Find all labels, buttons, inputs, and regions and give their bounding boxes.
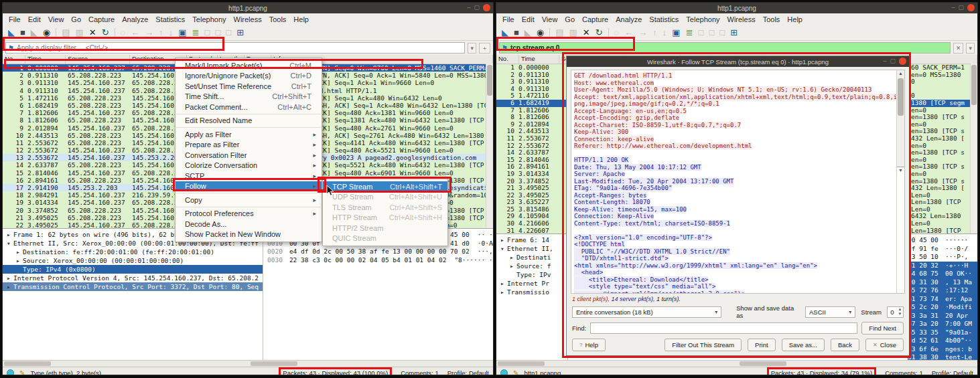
scroll-down-icon[interactable]: ▼ (897, 167, 904, 293)
left-titlebar[interactable]: http1.pcapng – ▢ (3, 3, 493, 13)
expander-icon[interactable]: ▸ (510, 253, 516, 262)
column-header-no[interactable]: No. (496, 55, 519, 64)
stream-scrollbar[interactable]: ▲ ▼ (896, 70, 904, 293)
menu-item-set-unset-time-reference[interactable]: Set/Unset Time ReferenceCtrl+T (176, 81, 322, 92)
go-down-icon[interactable]: ↓ (169, 27, 173, 39)
filter-out-stream-button[interactable]: Filter Out This Stream (664, 339, 742, 351)
menu-item-colorize-conversation[interactable]: Colorize Conversation▸ (176, 161, 322, 171)
menu-item-prepare-as-filter[interactable]: Prepare as Filter▸ (176, 140, 322, 151)
zoom-reset-icon[interactable]: □ (719, 27, 725, 39)
find-next-button[interactable]: Find Next (861, 322, 904, 335)
menu-file[interactable]: File (5, 15, 24, 24)
zoom-in-icon[interactable]: □ (699, 27, 704, 39)
zoom-out-icon[interactable]: □ (709, 27, 714, 39)
open-file-icon[interactable]: ▤ (555, 27, 563, 39)
hex-row[interactable]: 2d 52 614b00"·· (908, 337, 977, 345)
expander-icon[interactable]: ▸ (500, 279, 507, 288)
go-up-icon[interactable]: ↑ (159, 27, 163, 39)
colorize-icon[interactable]: ≣ (192, 27, 200, 39)
capture-options-icon[interactable]: ◉ (43, 27, 50, 39)
menu-item-show-packet-in-new-window[interactable]: Show Packet in New Window (176, 229, 322, 240)
menu-capture[interactable]: Capture (85, 15, 118, 24)
hex-row[interactable]: 61 73 74er: Apa (908, 295, 977, 304)
menu-view[interactable]: View (539, 15, 561, 24)
menu-capture[interactable]: Capture (579, 15, 612, 24)
detail-line[interactable]: ▸Internet Protocol Version 4, Src: 145.2… (3, 274, 263, 282)
detail-line[interactable]: ▾Ethernet II, (496, 244, 567, 253)
menu-item-quic-stream[interactable]: QUIC Stream (323, 233, 447, 244)
expander-icon[interactable]: ▾ (500, 244, 507, 253)
expander-icon[interactable]: ▸ (500, 288, 507, 296)
hex-row[interactable]: df 91 fe···0·/ (908, 245, 977, 254)
menu-wireless[interactable]: Wireless (724, 15, 759, 24)
expander-icon[interactable]: ▸ (7, 282, 13, 291)
menu-item-sctp[interactable]: SCTP▸ (176, 171, 322, 181)
menu-item-tls-stream[interactable]: TLS StreamCtrl+Alt+Shift+S (323, 202, 447, 213)
reload-file-icon[interactable]: ↻ (102, 27, 109, 39)
menu-view[interactable]: View (45, 15, 68, 24)
hex-row[interactable]: 20 31 30, 13 Ma (908, 278, 977, 287)
stop-capture-icon[interactable]: ■ (20, 27, 25, 39)
hex-row[interactable]: 65 2c 20·Modifi (908, 303, 977, 312)
menu-analyze[interactable]: Analyze (612, 15, 645, 24)
find-input[interactable] (590, 322, 857, 334)
find-packet-icon[interactable]: ◌ (614, 27, 620, 39)
close-button[interactable]: ✕Close (865, 339, 904, 351)
reload-file-icon[interactable]: ↻ (596, 27, 603, 39)
menu-tools[interactable]: Tools (266, 15, 290, 24)
go-up-icon[interactable]: ↑ (652, 27, 657, 39)
filter-dropdown-icon[interactable]: ▾ (966, 43, 975, 54)
detail-line[interactable]: ▸Source: Xerox_00:00:00 (00:00:01:00:00:… (3, 256, 263, 265)
menu-help[interactable]: Help (290, 15, 312, 24)
column-header-source[interactable]: Source (66, 55, 130, 64)
menu-item-mark-unmark-packet-s-[interactable]: Mark/Unmark Packet(s)Ctrl+M (176, 60, 322, 71)
colorize-icon[interactable]: ≣ (686, 27, 693, 39)
open-file-icon[interactable]: ▤ (62, 27, 70, 39)
capture-options-icon[interactable]: ◉ (537, 27, 544, 39)
maximize-icon[interactable]: ▢ (474, 4, 480, 11)
scroll-up-icon[interactable]: ▲ (897, 70, 904, 77)
menu-item-conversation-filter[interactable]: Conversation Filter▸ (176, 150, 322, 161)
left-hscrollbars[interactable] (3, 360, 493, 367)
column-header-no[interactable]: No. (3, 55, 25, 64)
stepper-arrows-icon[interactable]: ▲▼ (897, 307, 903, 316)
hex-row[interactable]: 0020e4 df 0d 2c 00 50 38 af fe 13 00 00 … (267, 248, 493, 256)
detail-line[interactable]: ▸Source: f (496, 262, 567, 270)
print-button[interactable]: Print (748, 339, 776, 351)
hex-row[interactable]: 00 45 00······ (908, 236, 977, 245)
right-hscrollbars[interactable] (496, 360, 977, 367)
display-filter-field[interactable]: ⚑ (5, 42, 465, 54)
filter-clear-icon[interactable]: ✕ (953, 43, 964, 54)
detail-line[interactable]: Type: IPv (496, 270, 567, 279)
menu-item-time-shift-[interactable]: Time Shift...Ctrl+Shift+T (176, 92, 322, 102)
menu-item-copy[interactable]: Copy▸ (176, 195, 322, 205)
resize-columns-icon[interactable]: ⊞ (730, 27, 738, 39)
menu-item-http-2-stream[interactable]: HTTP/2 Stream (323, 223, 447, 233)
hex-row[interactable]: 43 6f 6enges: b (908, 345, 977, 354)
stop-capture-icon[interactable]: ■ (514, 27, 519, 39)
zoom-reset-icon[interactable]: □ (226, 27, 231, 39)
menu-item-decode-as-[interactable]: Decode As... (176, 219, 322, 229)
capture-comment-icon[interactable]: ✎ (513, 369, 518, 375)
menu-item-tcp-stream[interactable]: TCP StreamCtrl+Alt+Shift+T (323, 181, 447, 192)
resize-columns-icon[interactable]: ⊞ (236, 27, 244, 39)
expander-icon[interactable]: ▸ (7, 274, 13, 282)
close-file-icon[interactable]: ✕ (583, 27, 590, 39)
menu-statistics[interactable]: Statistics (646, 15, 682, 24)
expander-icon[interactable]: ▸ (500, 235, 507, 244)
go-to-bottom-icon[interactable]: ▣ (672, 27, 680, 39)
menu-item-apply-as-filter[interactable]: Apply as Filter▸ (176, 129, 322, 140)
save-file-icon[interactable]: ▥ (76, 27, 84, 39)
profile-status[interactable]: Profile: Default (932, 369, 973, 375)
hex-row[interactable]: 65 33 35"9a01a- (908, 328, 977, 337)
detail-line[interactable]: ▸Destination: fe:ff:20:00:01:00 (fe:ff:2… (3, 248, 263, 256)
close-icon[interactable] (899, 58, 906, 65)
menu-item-udp-stream[interactable]: UDP StreamCtrl+Alt+Shift+U (323, 192, 447, 203)
menu-item-edit-resolved-name[interactable]: Edit Resolved Name (176, 116, 322, 126)
conversation-select[interactable]: Entire conversation (18 kB) ▾ (572, 306, 721, 318)
menu-telephony[interactable]: Telephony (683, 15, 723, 24)
format-select[interactable]: ASCII ▾ (805, 306, 855, 318)
detail-line[interactable]: ▸Transmissio (496, 288, 567, 296)
packet-list-scrollbar[interactable] (970, 64, 977, 233)
display-filter-input[interactable] (510, 44, 948, 52)
